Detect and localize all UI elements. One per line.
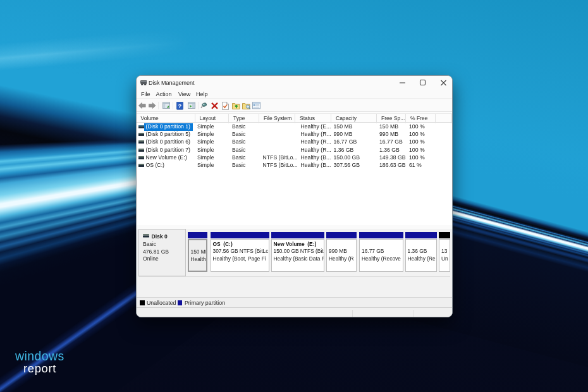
svg-text:?: ? <box>178 102 182 109</box>
